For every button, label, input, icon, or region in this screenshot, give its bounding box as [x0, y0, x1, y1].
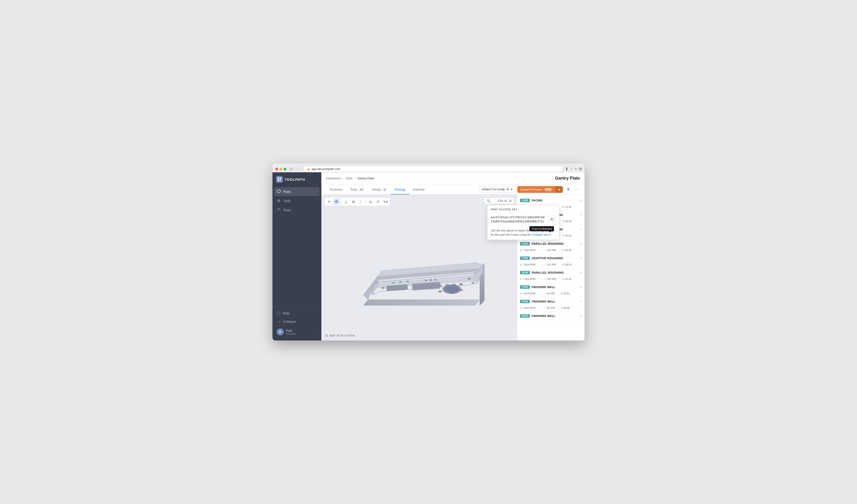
breadcrumb-parts[interactable]: Parts [346, 177, 353, 180]
breadcrumb-dashboard[interactable]: Dashboard [326, 177, 341, 180]
new-tab-icon[interactable]: + [575, 167, 577, 171]
svg-point-27 [434, 279, 437, 281]
app-logo: TOOLPATH [272, 172, 321, 187]
sidebar-item-collapse[interactable]: ◁ Collapse [274, 318, 320, 325]
op-8-header[interactable]: 8/149 FINISHING WALL ▾ [517, 298, 585, 306]
op-5-ipm: →→ 152 IPM [541, 263, 556, 266]
face-view-button[interactable]: ◎ [367, 198, 374, 205]
download-icon[interactable]: ⬇ [565, 167, 568, 171]
op-7-badge: 7/149 [520, 285, 530, 289]
op-5-header[interactable]: 5/149 ADAPTIVE ROUGHING ▾ [517, 254, 585, 262]
sidebar-item-help[interactable]: ? Help [274, 309, 320, 317]
url-text: app-dev.toolpath.com [312, 167, 340, 171]
browser-window: ⊡ ▾ ‹ › 🔒 app-dev.toolpath.com ⬇ ↑ + ⧉ [272, 164, 585, 340]
sidebar-toggle-icon[interactable]: ⊡ [289, 167, 292, 171]
avatar: P [277, 329, 284, 335]
select-tool-button[interactable]: ✛ [326, 198, 332, 205]
op-6-header[interactable]: 6/149 PARALLEL ROUGHING ▾ [517, 269, 585, 277]
svg-point-36 [468, 278, 471, 280]
svg-point-5 [279, 208, 280, 209]
toolpath-addon-link[interactable]: Toolpath add-in [532, 233, 551, 236]
sidebar-item-parts[interactable]: Parts [274, 187, 320, 196]
help-icon: ? [277, 312, 280, 315]
breadcrumb: Dashboard › Parts › Gantry Plate [326, 177, 374, 180]
export-to-fusion-button[interactable]: Export to Fusion Beta [517, 186, 555, 193]
config-label: Default Cut Config [482, 188, 505, 191]
fullscreen-button[interactable] [284, 168, 286, 170]
avatar-initials: P [279, 330, 281, 334]
sidebar-item-team[interactable]: Team [274, 206, 320, 215]
grid-button[interactable]: ⊞ [350, 198, 357, 205]
minimize-button[interactable] [280, 168, 282, 170]
zoom-out-button[interactable]: 🔍 [486, 198, 491, 203]
svg-marker-7 [363, 300, 480, 305]
svg-point-22 [392, 282, 395, 283]
close-button[interactable] [275, 168, 278, 170]
zoom-input[interactable]: 170 [492, 199, 503, 203]
op-8-details: ↻ 7,564 RPM →→ 56 IPM ⏱ [517, 306, 585, 312]
app-container: TOOLPATH Parts ⚙ Tools [272, 172, 585, 340]
time-icon: ⏱ [562, 206, 564, 208]
spin-button[interactable]: ↻▾ [382, 198, 389, 205]
op-4-header[interactable]: 4/149 PARALLEL ROUGHING ▾ [517, 240, 585, 248]
svg-point-37 [471, 282, 474, 283]
download-button[interactable]: ⬇ [565, 186, 571, 193]
op-4-chevron-icon: ▾ [580, 242, 582, 245]
svg-rect-1 [280, 178, 281, 179]
browser-chrome: ⊡ ▾ ‹ › 🔒 app-dev.toolpath.com ⬇ ↑ + ⧉ [272, 164, 585, 172]
svg-point-24 [406, 281, 409, 282]
wireframe-button[interactable]: △ [343, 198, 349, 205]
svg-point-26 [430, 279, 432, 281]
user-info: Paul Toolpath [286, 329, 314, 335]
browser-nav: ‹ › [297, 167, 301, 171]
share-icon[interactable]: ↑ [571, 167, 572, 171]
tab-strategy[interactable]: Strategy [390, 184, 409, 195]
config-selector[interactable]: Default Cut Config ⚙ ▾ [479, 186, 515, 192]
op-6-name: PARALLEL ROUGHING [532, 271, 578, 274]
op-3-chevron-icon: ▾ [580, 228, 582, 231]
op-5-chevron-icon: ▾ [580, 257, 582, 260]
export-dropdown-button[interactable]: ▲ [555, 186, 563, 193]
op-1-header[interactable]: 1/149 FACING ▾ [517, 196, 585, 204]
svg-point-35 [382, 287, 385, 289]
op-8-time: ⏱ 00:08 [560, 306, 570, 309]
export-label: Export to Fusion [520, 188, 543, 191]
address-bar[interactable]: 🔒 app-dev.toolpath.com [304, 166, 562, 172]
op-9-header[interactable]: 9/149 FINISHING WALL ▾ [517, 312, 585, 320]
breadcrumb-sep-2: › [354, 177, 355, 180]
nav-back-button[interactable]: ‹ [297, 167, 298, 171]
user-profile[interactable]: P Paul Toolpath › [274, 326, 320, 338]
op-2-time: ⏱ 08:35 [562, 220, 571, 223]
tab-tools[interactable]: Tools 11 [347, 184, 368, 195]
tab-estimate[interactable]: Estimate [409, 184, 428, 195]
copy-tooltip: Copy to clipboard [530, 226, 554, 231]
tools-icon: ⚙ [277, 199, 281, 203]
more-options-button[interactable]: ⋯ [573, 186, 580, 193]
tab-setups[interactable]: Setups 2 [368, 184, 390, 195]
op-6-time: ⏱ 00:43 [562, 278, 571, 281]
op-4-name: PARALLEL ROUGHING [532, 242, 578, 246]
tabs-overview-icon[interactable]: ⧉ [579, 167, 582, 171]
sidebar-item-tools[interactable]: ⚙ Tools [274, 197, 320, 205]
content-area: ✛ △ ⊞ ⋮ [321, 195, 585, 340]
svg-rect-3 [280, 180, 281, 181]
nav-forward-button[interactable]: › [300, 167, 301, 171]
zoom-fit-button[interactable]: ⊡ [508, 198, 512, 203]
operation-item-9: 9/149 FINISHING WALL ▾ [517, 312, 585, 320]
op-9-badge: 9/149 [520, 314, 530, 318]
op-1-chevron-icon: ▾ [580, 199, 582, 202]
tab-setups-badge: 2 [383, 188, 387, 191]
copy-key-button[interactable] [549, 216, 556, 223]
op-9-name: FINISHING WALL [532, 315, 578, 318]
rotate-button[interactable]: ↺ [375, 198, 381, 205]
zoom-unit: % [504, 199, 507, 203]
op-7-header[interactable]: 7/149 FINISHING WALL ▾ [517, 283, 585, 291]
tab-summary[interactable]: Summary [326, 184, 347, 195]
more-view-button[interactable]: ⋮ [358, 198, 364, 205]
svg-point-30 [452, 284, 456, 286]
part-access-popup[interactable]: PART ACCESS KEY aacbfc65a5c2272f0efefca9… [487, 205, 559, 240]
toolbar-separator-1 [341, 199, 341, 204]
parts-icon [277, 189, 281, 194]
orbit-tool-button[interactable] [333, 198, 340, 205]
op-8-badge: 8/149 [520, 300, 530, 303]
